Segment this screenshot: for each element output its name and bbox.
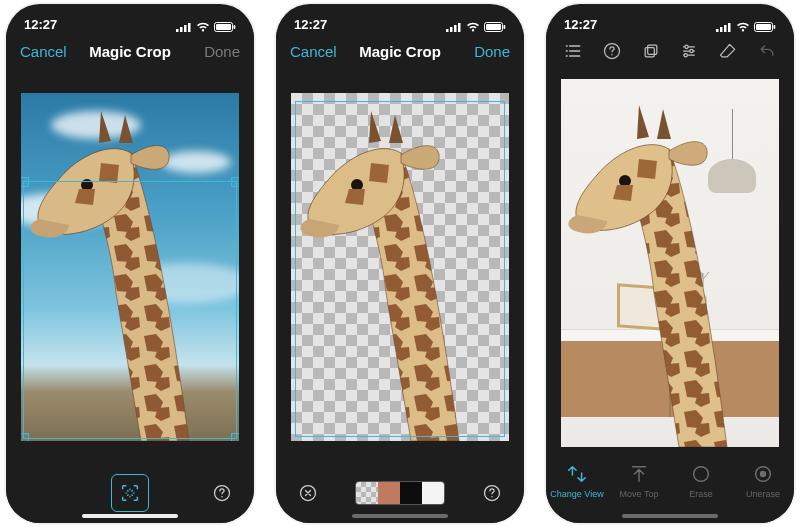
list-button[interactable] (558, 36, 588, 66)
composite-canvas-area (546, 70, 794, 455)
signal-icon (446, 22, 462, 32)
erase-icon (688, 461, 714, 487)
crop-handle-tr[interactable] (231, 177, 239, 187)
change-view-icon (564, 461, 590, 487)
svg-rect-36 (756, 24, 771, 30)
unerase-icon (750, 461, 776, 487)
layers-icon (641, 41, 661, 61)
svg-point-14 (221, 496, 223, 498)
kitchen-counter-deco (561, 329, 779, 417)
crop-handle-bl[interactable] (21, 433, 29, 441)
status-bar: 12:27 (546, 4, 794, 32)
unerase-tool[interactable]: Unerase (736, 461, 790, 499)
room-scene-bg (561, 79, 779, 447)
close-cancel-button[interactable] (290, 475, 326, 511)
status-bar: 12:27 (276, 4, 524, 32)
nav-bar: Cancel Magic Crop Done (6, 32, 254, 70)
image-canvas[interactable] (291, 93, 509, 441)
cloud-deco (161, 151, 231, 173)
bottom-labeled-toolbar: Change View Move Top Erase Unerase (546, 455, 794, 523)
svg-rect-18 (458, 23, 461, 32)
help-icon (602, 41, 622, 61)
crop-selection-frame[interactable] (23, 181, 237, 439)
help-button[interactable] (474, 475, 510, 511)
svg-rect-17 (454, 25, 457, 32)
unerase-label: Unerase (746, 489, 780, 499)
crop-handle-br[interactable] (231, 433, 239, 441)
home-indicator[interactable] (352, 514, 448, 518)
editor-canvas-area (276, 70, 524, 463)
crop-selection-frame[interactable] (295, 101, 505, 437)
cloud-deco (51, 111, 141, 139)
cancel-button[interactable]: Cancel (290, 43, 342, 60)
nav-bar: Cancel Magic Crop Done (276, 32, 524, 70)
svg-point-39 (611, 54, 613, 56)
change-view-tool[interactable]: Change View (550, 461, 604, 499)
svg-rect-40 (647, 45, 656, 54)
svg-rect-33 (724, 25, 727, 32)
bottom-toolbar (6, 463, 254, 523)
bottom-toolbar (276, 463, 524, 523)
move-top-tool[interactable]: Move Top (612, 461, 666, 499)
home-indicator[interactable] (622, 514, 718, 518)
cancel-button[interactable]: Cancel (20, 43, 72, 60)
svg-rect-21 (504, 25, 506, 29)
top-tool-row (546, 32, 794, 70)
status-indicators (176, 22, 236, 32)
phone-screen-1: 12:27 Cancel Magic Crop Done (6, 4, 254, 523)
sliders-icon (679, 41, 699, 61)
background-swatch-group (355, 481, 445, 505)
adjust-button[interactable] (674, 36, 704, 66)
nav-title: Magic Crop (359, 43, 441, 60)
battery-icon (484, 22, 506, 32)
swatch-tan[interactable] (378, 482, 400, 504)
status-time: 12:27 (294, 17, 327, 32)
done-button[interactable]: Done (458, 43, 510, 60)
help-button[interactable] (597, 36, 627, 66)
magic-crop-tool-button[interactable] (111, 474, 149, 512)
nav-title: Magic Crop (89, 43, 171, 60)
help-icon (482, 483, 502, 503)
signal-icon (176, 22, 192, 32)
swatch-white[interactable] (422, 482, 444, 504)
svg-point-43 (690, 49, 693, 52)
help-button[interactable] (204, 475, 240, 511)
status-indicators (446, 22, 506, 32)
battery-icon (214, 22, 236, 32)
wifi-icon (466, 22, 480, 32)
pendant-lamp-deco (707, 109, 757, 219)
home-indicator[interactable] (82, 514, 178, 518)
svg-rect-3 (188, 23, 191, 32)
phone-screen-3: 12:27 (546, 4, 794, 523)
svg-rect-37 (774, 25, 776, 29)
wifi-icon (196, 22, 210, 32)
close-circle-icon (298, 483, 318, 503)
signal-icon (716, 22, 732, 32)
svg-rect-5 (216, 24, 231, 30)
undo-icon (757, 41, 777, 61)
erase-tool-top-button[interactable] (713, 36, 743, 66)
svg-point-42 (685, 45, 688, 48)
svg-point-44 (684, 54, 687, 57)
layers-button[interactable] (636, 36, 666, 66)
undo-button[interactable] (752, 36, 782, 66)
swatch-transparent[interactable] (356, 482, 378, 504)
list-icon (563, 41, 583, 61)
composite-canvas[interactable] (561, 79, 779, 447)
picture-frame-deco (617, 283, 665, 330)
crop-handle-tl[interactable] (21, 177, 29, 187)
erase-tool[interactable]: Erase (674, 461, 728, 499)
status-time: 12:27 (24, 17, 57, 32)
swatch-black[interactable] (400, 482, 422, 504)
wifi-icon (736, 22, 750, 32)
svg-rect-41 (645, 48, 654, 57)
editor-canvas-area (6, 70, 254, 463)
magic-crop-sparkle-icon (119, 482, 141, 504)
status-time: 12:27 (564, 17, 597, 32)
svg-rect-6 (234, 25, 236, 29)
image-canvas[interactable] (21, 93, 239, 441)
move-top-icon (626, 461, 652, 487)
svg-point-30 (491, 496, 493, 498)
done-button[interactable]: Done (188, 43, 240, 60)
vase-deco (691, 283, 707, 329)
